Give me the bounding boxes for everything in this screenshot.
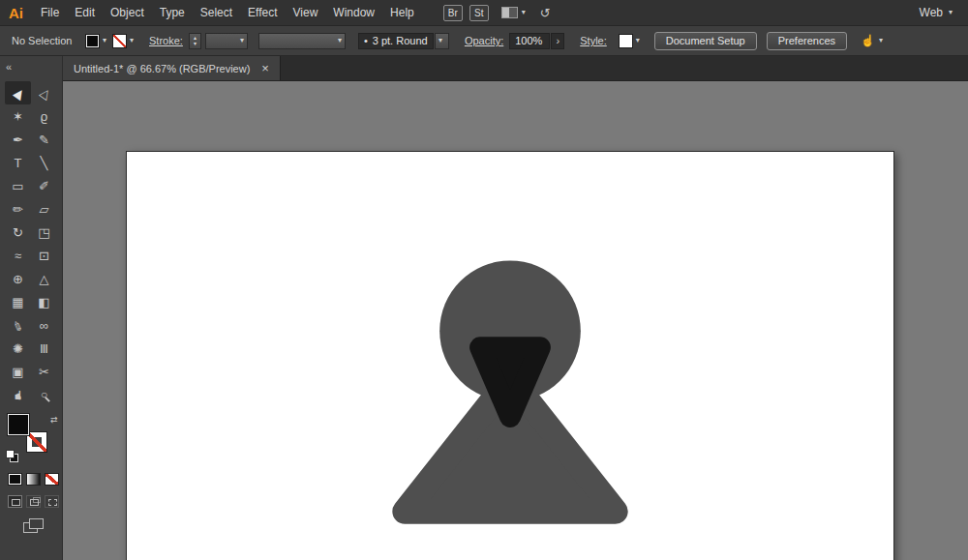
illustrator-logo[interactable]: Ai [0,5,33,21]
menu-object[interactable]: Object [103,0,152,25]
fill-indicator-swatch[interactable] [8,414,29,435]
mesh-tool[interactable]: ▦ [5,290,31,313]
default-fill-stroke-icon[interactable] [6,450,18,462]
draw-inside-button[interactable] [45,495,59,508]
document-setup-button[interactable]: Document Setup [654,32,757,50]
selection-tool[interactable]: ▶ [5,81,31,104]
close-tab-icon[interactable]: × [261,62,269,74]
chevron-down-icon: ▾ [338,37,342,44]
opacity-label[interactable]: Opacity: [465,35,503,46]
column-graph-tool[interactable]: Ⅲ [31,337,57,360]
brush-bullet-icon: • [364,35,368,46]
menu-type[interactable]: Type [152,0,193,25]
width-tool[interactable]: ≈ [5,244,31,267]
perspective-grid-tool[interactable]: △ [31,267,57,290]
lasso-tool[interactable]: ϱ [31,104,57,128]
curvature-tool[interactable]: ✎ [31,128,57,151]
preferences-button[interactable]: Preferences [767,32,847,50]
free-transform-tool-icon: ⊡ [39,250,49,262]
shaper-tool[interactable]: ✏ [5,197,31,221]
width-profile-dropdown[interactable]: ▾ [258,33,346,49]
eyedropper-tool[interactable]: ✎ [5,313,31,337]
stroke-label[interactable]: Stroke: [149,35,183,46]
menu-window[interactable]: Window [325,0,382,25]
fill-stroke-indicator: ⇄ [6,414,58,462]
menu-select[interactable]: Select [193,0,240,25]
stepper-down-icon[interactable]: ▾ [194,41,197,46]
sync-settings-icon[interactable]: ↺ [540,6,551,20]
stroke-indicator-swatch[interactable] [26,431,47,453]
artboard-tool-icon: ▣ [12,366,23,378]
hand-tool[interactable]: ☚ [5,383,31,406]
stroke-color-control[interactable]: ▾ [112,34,134,48]
symbol-sprayer-tool-icon: ✺ [13,342,23,355]
line-segment-tool[interactable]: ╲ [31,151,57,174]
artboard-tool[interactable]: ▣ [5,360,31,383]
menu-view[interactable]: View [286,0,326,25]
touch-workspace-control[interactable]: ☝ ▾ [861,34,883,47]
opacity-flyout-button[interactable]: › [551,33,564,49]
type-tool[interactable]: T [5,151,31,174]
tool-grid: ▶ ▷ ✶ ϱ ✒ ✎ T ╲ ▭ ✐ ✏ ▱ ↻ ◳ ≈ ⊡ ⊕ △ ▦ ◧ … [5,81,62,406]
slice-tool[interactable]: ✂ [31,360,57,383]
rotate-tool[interactable]: ↻ [5,221,31,244]
column-graph-tool-icon: Ⅲ [40,342,48,355]
direct-selection-tool[interactable]: ▷ [31,81,57,104]
selection-tool-icon: ▶ [10,85,25,101]
menu-effect[interactable]: Effect [240,0,285,25]
chevron-down-icon[interactable]: ▾ [130,37,134,44]
curvature-tool-icon: ✎ [39,133,49,146]
fill-color-control[interactable]: ▾ [85,34,106,48]
menu-help[interactable]: Help [382,0,422,25]
selection-status: No Selection [12,35,79,46]
fill-color-swatch[interactable] [85,34,100,48]
workspace-switcher[interactable]: Web ▾ [920,6,953,19]
chevron-down-icon: ▾ [949,9,953,16]
gradient-tool[interactable]: ◧ [31,290,57,313]
chevron-down-icon[interactable]: ▾ [636,37,640,44]
bridge-button[interactable]: Br [443,5,463,21]
zoom-tool[interactable]: ○ [31,383,57,406]
eraser-tool[interactable]: ▱ [31,197,57,221]
slice-tool-icon: ✂ [39,366,49,378]
rectangle-tool[interactable]: ▭ [5,174,31,197]
width-tool-icon: ≈ [15,250,21,262]
stroke-weight-dropdown[interactable]: ▾ [205,33,248,49]
canvas[interactable] [63,81,968,560]
draw-behind-button[interactable] [26,495,41,508]
style-control[interactable]: ▾ [613,34,640,48]
stock-button[interactable]: St [469,5,489,21]
brush-definition-dropdown[interactable]: ▾ [435,33,449,49]
color-button[interactable] [8,473,22,486]
artboard[interactable] [126,151,894,560]
free-transform-tool[interactable]: ⊡ [31,244,57,267]
brush-definition-field[interactable]: • 3 pt. Round [358,33,434,49]
chevron-down-icon: ▾ [439,37,442,44]
artwork-hooded-wizard[interactable] [127,152,893,560]
stroke-weight-stepper[interactable]: ▴ ▾ [189,33,201,49]
menu-edit[interactable]: Edit [67,0,103,25]
symbol-sprayer-tool[interactable]: ✺ [5,337,31,360]
collapse-panel-button[interactable]: « [0,56,62,81]
blend-tool-icon: ∞ [40,319,48,332]
stroke-color-swatch[interactable] [112,34,127,48]
paintbrush-tool[interactable]: ✐ [31,174,57,197]
style-swatch[interactable] [619,34,633,48]
document-tab[interactable]: Untitled-1* @ 66.67% (RGB/Preview) × [63,56,281,80]
shape-builder-tool[interactable]: ⊕ [5,267,31,290]
arrange-documents-button[interactable]: ▾ [501,7,526,18]
magic-wand-tool-icon: ✶ [13,110,23,123]
style-label[interactable]: Style: [580,35,607,46]
draw-normal-button[interactable] [8,495,22,508]
pen-tool[interactable]: ✒ [5,128,31,151]
opacity-field[interactable]: 100% [509,33,550,49]
menu-file[interactable]: File [33,0,67,25]
none-button[interactable] [45,473,59,486]
blend-tool[interactable]: ∞ [31,313,57,337]
magic-wand-tool[interactable]: ✶ [5,104,31,128]
scale-tool[interactable]: ◳ [31,221,57,244]
screen-mode-icon[interactable] [23,518,43,532]
gradient-button[interactable] [26,473,41,486]
swap-fill-stroke-icon[interactable]: ⇄ [50,415,58,425]
chevron-down-icon[interactable]: ▾ [103,37,106,44]
